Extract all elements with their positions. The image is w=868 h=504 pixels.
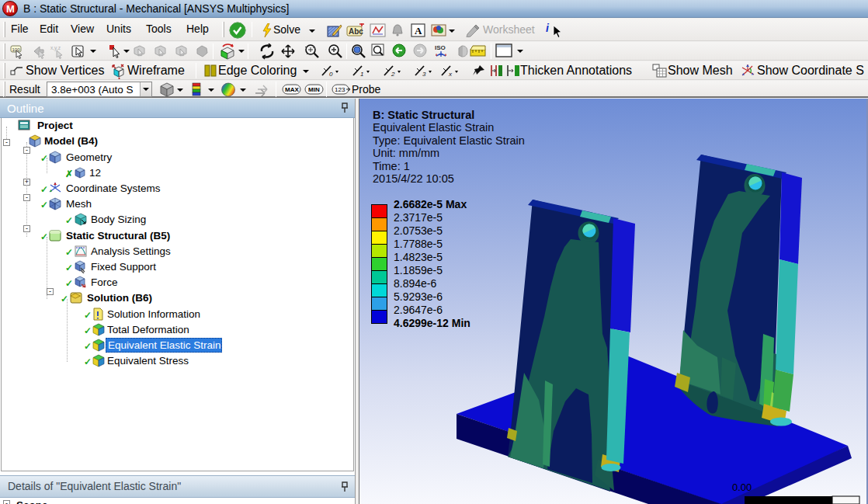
svg-text:x: x bbox=[448, 71, 453, 78]
svg-text:123: 123 bbox=[335, 86, 345, 93]
svg-text:ISO: ISO bbox=[435, 44, 446, 51]
svg-text:1: 1 bbox=[360, 71, 363, 78]
svg-text:A: A bbox=[415, 25, 422, 36]
svg-text:0.00: 0.00 bbox=[732, 481, 752, 493]
svg-text:2: 2 bbox=[391, 71, 395, 78]
svg-text:Abc: Abc bbox=[349, 27, 363, 36]
svg-text:MIN: MIN bbox=[308, 86, 320, 93]
svg-text:MAX: MAX bbox=[285, 86, 299, 93]
svg-text:3: 3 bbox=[422, 71, 426, 78]
svg-text:x,y,z: x,y,z bbox=[50, 45, 61, 51]
svg-text:0: 0 bbox=[329, 71, 333, 78]
